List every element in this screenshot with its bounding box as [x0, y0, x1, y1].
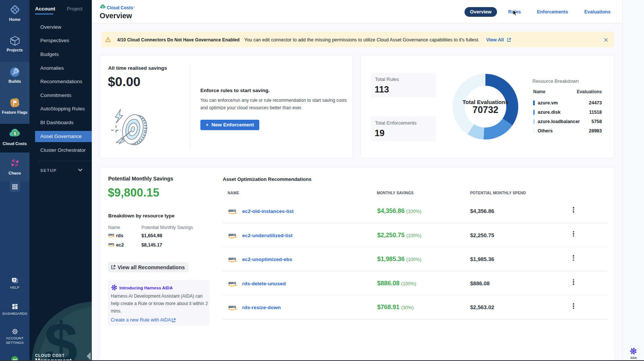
svg-text:aws: aws [228, 304, 236, 309]
svg-text:?: ? [13, 278, 15, 282]
svg-text:aws: aws [228, 280, 236, 285]
svg-text:aws: aws [108, 233, 114, 236]
svg-text:$: $ [102, 6, 103, 9]
svg-text:aws: aws [228, 208, 236, 213]
svg-text:aws: aws [228, 232, 236, 237]
svg-text:aws: aws [108, 242, 114, 246]
svg-text:aws: aws [228, 256, 236, 261]
svg-text:$: $ [14, 131, 16, 136]
